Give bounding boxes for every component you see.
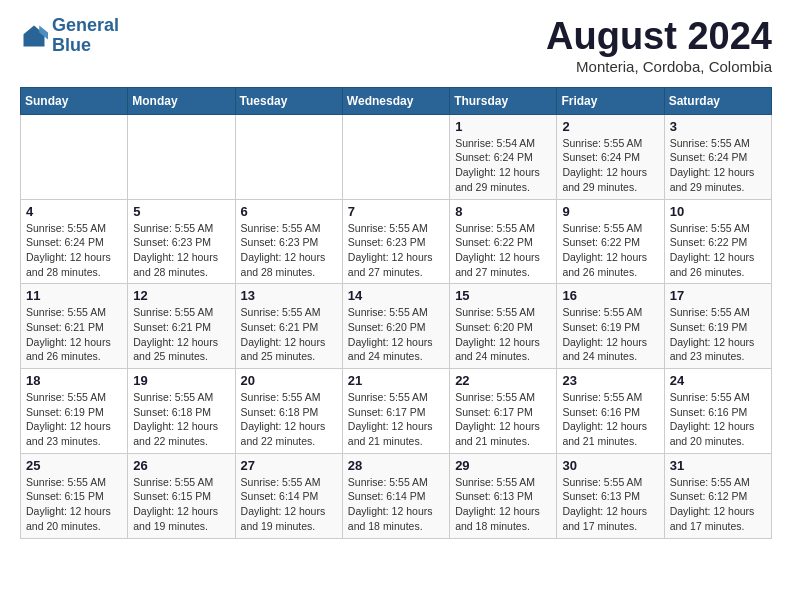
day-info: Sunrise: 5:55 AMSunset: 6:13 PMDaylight:…	[562, 475, 658, 534]
day-info: Sunrise: 5:55 AMSunset: 6:21 PMDaylight:…	[133, 305, 229, 364]
day-number: 1	[455, 119, 551, 134]
title-block: August 2024 Monteria, Cordoba, Colombia	[546, 16, 772, 75]
week-row-3: 11Sunrise: 5:55 AMSunset: 6:21 PMDayligh…	[21, 284, 772, 369]
day-cell: 13Sunrise: 5:55 AMSunset: 6:21 PMDayligh…	[235, 284, 342, 369]
day-number: 15	[455, 288, 551, 303]
day-info: Sunrise: 5:55 AMSunset: 6:19 PMDaylight:…	[670, 305, 766, 364]
day-info: Sunrise: 5:55 AMSunset: 6:24 PMDaylight:…	[562, 136, 658, 195]
day-number: 29	[455, 458, 551, 473]
day-info: Sunrise: 5:55 AMSunset: 6:15 PMDaylight:…	[26, 475, 122, 534]
day-cell: 8Sunrise: 5:55 AMSunset: 6:22 PMDaylight…	[450, 199, 557, 284]
calendar-table: SundayMondayTuesdayWednesdayThursdayFrid…	[20, 87, 772, 539]
day-number: 7	[348, 204, 444, 219]
day-header-monday: Monday	[128, 87, 235, 114]
day-info: Sunrise: 5:55 AMSunset: 6:23 PMDaylight:…	[133, 221, 229, 280]
day-cell: 30Sunrise: 5:55 AMSunset: 6:13 PMDayligh…	[557, 453, 664, 538]
day-header-tuesday: Tuesday	[235, 87, 342, 114]
day-info: Sunrise: 5:55 AMSunset: 6:16 PMDaylight:…	[562, 390, 658, 449]
subtitle: Monteria, Cordoba, Colombia	[546, 58, 772, 75]
day-cell	[128, 114, 235, 199]
day-number: 4	[26, 204, 122, 219]
logo: General Blue	[20, 16, 119, 56]
day-cell: 6Sunrise: 5:55 AMSunset: 6:23 PMDaylight…	[235, 199, 342, 284]
day-cell	[21, 114, 128, 199]
day-number: 3	[670, 119, 766, 134]
day-header-wednesday: Wednesday	[342, 87, 449, 114]
day-info: Sunrise: 5:55 AMSunset: 6:13 PMDaylight:…	[455, 475, 551, 534]
day-cell	[235, 114, 342, 199]
day-number: 27	[241, 458, 337, 473]
day-cell: 12Sunrise: 5:55 AMSunset: 6:21 PMDayligh…	[128, 284, 235, 369]
day-info: Sunrise: 5:55 AMSunset: 6:17 PMDaylight:…	[348, 390, 444, 449]
day-info: Sunrise: 5:55 AMSunset: 6:19 PMDaylight:…	[26, 390, 122, 449]
day-info: Sunrise: 5:55 AMSunset: 6:21 PMDaylight:…	[26, 305, 122, 364]
day-cell: 22Sunrise: 5:55 AMSunset: 6:17 PMDayligh…	[450, 369, 557, 454]
day-cell: 24Sunrise: 5:55 AMSunset: 6:16 PMDayligh…	[664, 369, 771, 454]
day-cell	[342, 114, 449, 199]
day-cell: 11Sunrise: 5:55 AMSunset: 6:21 PMDayligh…	[21, 284, 128, 369]
day-info: Sunrise: 5:55 AMSunset: 6:18 PMDaylight:…	[241, 390, 337, 449]
day-cell: 23Sunrise: 5:55 AMSunset: 6:16 PMDayligh…	[557, 369, 664, 454]
day-cell: 4Sunrise: 5:55 AMSunset: 6:24 PMDaylight…	[21, 199, 128, 284]
day-info: Sunrise: 5:54 AMSunset: 6:24 PMDaylight:…	[455, 136, 551, 195]
day-header-saturday: Saturday	[664, 87, 771, 114]
day-cell: 14Sunrise: 5:55 AMSunset: 6:20 PMDayligh…	[342, 284, 449, 369]
day-number: 20	[241, 373, 337, 388]
day-cell: 20Sunrise: 5:55 AMSunset: 6:18 PMDayligh…	[235, 369, 342, 454]
day-number: 30	[562, 458, 658, 473]
day-cell: 27Sunrise: 5:55 AMSunset: 6:14 PMDayligh…	[235, 453, 342, 538]
day-info: Sunrise: 5:55 AMSunset: 6:24 PMDaylight:…	[26, 221, 122, 280]
day-number: 2	[562, 119, 658, 134]
page-header: General Blue August 2024 Monteria, Cordo…	[20, 16, 772, 75]
day-cell: 26Sunrise: 5:55 AMSunset: 6:15 PMDayligh…	[128, 453, 235, 538]
day-info: Sunrise: 5:55 AMSunset: 6:23 PMDaylight:…	[241, 221, 337, 280]
logo-line2: Blue	[52, 35, 91, 55]
day-number: 19	[133, 373, 229, 388]
week-row-4: 18Sunrise: 5:55 AMSunset: 6:19 PMDayligh…	[21, 369, 772, 454]
day-cell: 17Sunrise: 5:55 AMSunset: 6:19 PMDayligh…	[664, 284, 771, 369]
day-header-friday: Friday	[557, 87, 664, 114]
day-info: Sunrise: 5:55 AMSunset: 6:20 PMDaylight:…	[455, 305, 551, 364]
day-cell: 9Sunrise: 5:55 AMSunset: 6:22 PMDaylight…	[557, 199, 664, 284]
day-number: 26	[133, 458, 229, 473]
day-number: 14	[348, 288, 444, 303]
day-header-thursday: Thursday	[450, 87, 557, 114]
day-info: Sunrise: 5:55 AMSunset: 6:22 PMDaylight:…	[670, 221, 766, 280]
main-title: August 2024	[546, 16, 772, 58]
day-cell: 7Sunrise: 5:55 AMSunset: 6:23 PMDaylight…	[342, 199, 449, 284]
days-header-row: SundayMondayTuesdayWednesdayThursdayFrid…	[21, 87, 772, 114]
day-info: Sunrise: 5:55 AMSunset: 6:19 PMDaylight:…	[562, 305, 658, 364]
day-info: Sunrise: 5:55 AMSunset: 6:15 PMDaylight:…	[133, 475, 229, 534]
day-info: Sunrise: 5:55 AMSunset: 6:20 PMDaylight:…	[348, 305, 444, 364]
day-cell: 2Sunrise: 5:55 AMSunset: 6:24 PMDaylight…	[557, 114, 664, 199]
day-cell: 16Sunrise: 5:55 AMSunset: 6:19 PMDayligh…	[557, 284, 664, 369]
day-info: Sunrise: 5:55 AMSunset: 6:16 PMDaylight:…	[670, 390, 766, 449]
day-number: 23	[562, 373, 658, 388]
day-cell: 19Sunrise: 5:55 AMSunset: 6:18 PMDayligh…	[128, 369, 235, 454]
week-row-1: 1Sunrise: 5:54 AMSunset: 6:24 PMDaylight…	[21, 114, 772, 199]
day-info: Sunrise: 5:55 AMSunset: 6:24 PMDaylight:…	[670, 136, 766, 195]
day-cell: 3Sunrise: 5:55 AMSunset: 6:24 PMDaylight…	[664, 114, 771, 199]
day-number: 22	[455, 373, 551, 388]
day-number: 5	[133, 204, 229, 219]
day-cell: 29Sunrise: 5:55 AMSunset: 6:13 PMDayligh…	[450, 453, 557, 538]
day-info: Sunrise: 5:55 AMSunset: 6:22 PMDaylight:…	[455, 221, 551, 280]
day-info: Sunrise: 5:55 AMSunset: 6:21 PMDaylight:…	[241, 305, 337, 364]
day-info: Sunrise: 5:55 AMSunset: 6:14 PMDaylight:…	[348, 475, 444, 534]
day-number: 10	[670, 204, 766, 219]
day-number: 24	[670, 373, 766, 388]
day-number: 17	[670, 288, 766, 303]
day-cell: 1Sunrise: 5:54 AMSunset: 6:24 PMDaylight…	[450, 114, 557, 199]
day-cell: 10Sunrise: 5:55 AMSunset: 6:22 PMDayligh…	[664, 199, 771, 284]
day-number: 21	[348, 373, 444, 388]
day-number: 18	[26, 373, 122, 388]
day-number: 31	[670, 458, 766, 473]
day-cell: 5Sunrise: 5:55 AMSunset: 6:23 PMDaylight…	[128, 199, 235, 284]
day-number: 11	[26, 288, 122, 303]
day-info: Sunrise: 5:55 AMSunset: 6:12 PMDaylight:…	[670, 475, 766, 534]
day-number: 8	[455, 204, 551, 219]
day-cell: 28Sunrise: 5:55 AMSunset: 6:14 PMDayligh…	[342, 453, 449, 538]
week-row-5: 25Sunrise: 5:55 AMSunset: 6:15 PMDayligh…	[21, 453, 772, 538]
week-row-2: 4Sunrise: 5:55 AMSunset: 6:24 PMDaylight…	[21, 199, 772, 284]
day-number: 25	[26, 458, 122, 473]
